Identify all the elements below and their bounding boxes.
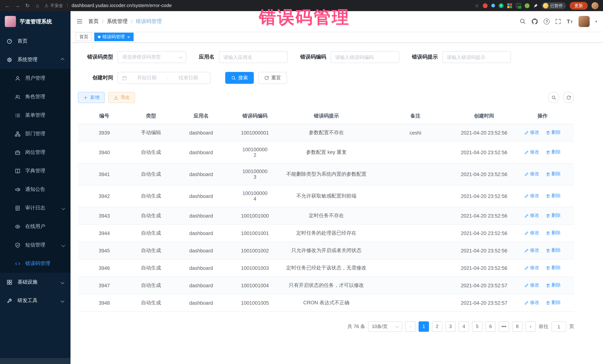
edit-link[interactable]: 修改 bbox=[524, 282, 539, 288]
cell-app: dashboard bbox=[172, 207, 231, 224]
filter-error-type: 错误码类型 请选择错误码类型 bbox=[78, 51, 186, 63]
delete-link[interactable]: 删除 bbox=[546, 230, 561, 236]
address-url[interactable]: dashboard.yudao.iocoder.cn/system/error-… bbox=[72, 3, 172, 8]
browser-profile-avatar[interactable] bbox=[591, 2, 599, 9]
browser-update-button[interactable]: 更新 bbox=[570, 2, 588, 10]
toggle-search-button[interactable] bbox=[548, 92, 559, 103]
sidebar-group-item[interactable]: 基础设施 bbox=[0, 273, 70, 291]
sidebar-subitem[interactable]: 菜单管理 bbox=[0, 106, 70, 124]
sidebar-subitem[interactable]: 审计日志 bbox=[0, 199, 70, 217]
browser-right-cluster: ☆ V on 已暂停 更新 bbox=[475, 2, 599, 10]
prev-page-button[interactable]: ‹ bbox=[405, 321, 416, 332]
breadcrumb-item[interactable]: 系统管理 bbox=[107, 18, 128, 25]
close-icon[interactable]: × bbox=[127, 34, 130, 39]
refresh-icon bbox=[264, 76, 269, 80]
bookmark-star-icon[interactable]: ☆ bbox=[475, 3, 479, 8]
add-button[interactable]: 新增 bbox=[78, 92, 105, 103]
edit-link[interactable]: 修改 bbox=[524, 300, 539, 306]
extension-switch-icon[interactable]: on bbox=[516, 3, 521, 8]
security-warning[interactable]: ⚠ 不安全 bbox=[45, 3, 63, 8]
export-button[interactable]: 导出 bbox=[108, 92, 135, 103]
search-icon[interactable] bbox=[520, 18, 526, 24]
view-tab[interactable]: 首页 × bbox=[76, 33, 92, 41]
hamburger-icon[interactable] bbox=[76, 18, 83, 24]
delete-link[interactable]: 删除 bbox=[546, 282, 561, 288]
sidebar-subitem[interactable]: 用户管理 bbox=[0, 69, 70, 88]
paused-badge[interactable]: 已暂停 bbox=[542, 2, 566, 9]
error-hint-input[interactable] bbox=[442, 51, 511, 63]
page-number-button[interactable]: 2 bbox=[432, 321, 442, 332]
chevron-down-icon[interactable]: ▾ bbox=[595, 20, 597, 23]
app-name-input[interactable] bbox=[219, 51, 288, 63]
delete-link[interactable]: 删除 bbox=[546, 193, 561, 199]
edit-link[interactable]: 修改 bbox=[524, 265, 539, 271]
help-icon[interactable]: ? bbox=[544, 18, 550, 24]
delete-link[interactable]: 删除 bbox=[546, 300, 561, 306]
sidebar-item-home[interactable]: 首页 bbox=[0, 32, 70, 50]
edit-link[interactable]: 修改 bbox=[524, 193, 539, 199]
sidebar-subitem[interactable]: 角色管理 bbox=[0, 88, 70, 106]
extension-green-icon[interactable] bbox=[525, 3, 530, 8]
divider bbox=[67, 3, 68, 8]
page-number-button[interactable]: 8 bbox=[512, 321, 522, 332]
page-number-button[interactable]: 4 bbox=[459, 321, 469, 332]
sidebar-subitem[interactable]: 岗位管理 bbox=[0, 143, 70, 162]
delete-link[interactable]: 删除 bbox=[546, 171, 561, 177]
goto-page-input[interactable] bbox=[551, 321, 566, 332]
browser-forward-icon[interactable]: → bbox=[14, 3, 20, 9]
edit-link[interactable]: 修改 bbox=[524, 213, 539, 219]
github-icon[interactable] bbox=[531, 18, 538, 25]
error-type-select[interactable]: 请选择错误码类型 bbox=[118, 51, 186, 63]
browser-back-icon[interactable]: ← bbox=[4, 3, 10, 9]
user-avatar[interactable] bbox=[579, 16, 590, 27]
sidebar-subitem[interactable]: 通知公告 bbox=[0, 180, 70, 199]
edit-link[interactable]: 修改 bbox=[524, 149, 539, 155]
sidebar-subitem[interactable]: 字典管理 bbox=[0, 162, 70, 180]
delete-link[interactable]: 删除 bbox=[546, 247, 561, 254]
page-number-button[interactable]: ••• bbox=[499, 321, 509, 332]
breadcrumb-item[interactable]: 错误码管理 bbox=[136, 18, 162, 25]
extension-adblock-icon[interactable] bbox=[483, 3, 487, 8]
browser-reload-icon[interactable]: ↻ bbox=[24, 3, 30, 9]
edit-link[interactable]: 修改 bbox=[524, 230, 539, 236]
font-size-icon[interactable]: TT bbox=[567, 18, 573, 24]
cell-code: 1001001001 bbox=[231, 224, 279, 242]
cell-code: 1001001002 bbox=[231, 242, 279, 259]
page-number-button[interactable]: 6 bbox=[485, 321, 496, 332]
page-size-select[interactable]: 10条/页 bbox=[368, 321, 402, 332]
cell-id: 3939 bbox=[78, 124, 131, 141]
trash-icon bbox=[546, 213, 550, 218]
edit-link[interactable]: 修改 bbox=[524, 130, 539, 136]
sidebar-subitem[interactable]: 在线用户 bbox=[0, 217, 70, 236]
extension-pin-icon[interactable] bbox=[533, 3, 538, 8]
extension-blue-icon[interactable] bbox=[491, 4, 495, 7]
next-page-button[interactable]: › bbox=[525, 321, 536, 332]
error-code-input[interactable] bbox=[331, 51, 399, 63]
date-range-picker[interactable]: 开始日期 - 结束日期 bbox=[118, 72, 210, 84]
extension-blocks-icon[interactable] bbox=[507, 3, 512, 8]
page-number-button[interactable]: 1 bbox=[418, 321, 429, 332]
delete-link[interactable]: 删除 bbox=[546, 213, 561, 219]
sidebar-subitem[interactable]: 部门管理 bbox=[0, 124, 70, 143]
edit-link[interactable]: 修改 bbox=[524, 171, 539, 177]
page-number-button[interactable]: 3 bbox=[445, 321, 456, 332]
view-tab[interactable]: 错误码管理 × bbox=[94, 33, 134, 41]
breadcrumb-item[interactable]: 首页 bbox=[88, 18, 99, 25]
delete-link[interactable]: 删除 bbox=[546, 265, 561, 271]
extension-v-icon[interactable]: V bbox=[499, 3, 504, 8]
delete-link[interactable]: 删除 bbox=[546, 130, 561, 136]
edit-link[interactable]: 修改 bbox=[524, 247, 539, 254]
sidebar-item-system[interactable]: 系统管理 bbox=[0, 50, 70, 69]
sidebar-subitem[interactable]: 错误码管理 bbox=[0, 254, 70, 273]
sidebar-subitem[interactable]: 短信管理 bbox=[0, 236, 70, 254]
delete-link[interactable]: 删除 bbox=[546, 149, 561, 155]
browser-home-icon[interactable]: ⌂ bbox=[35, 3, 40, 9]
page-number-button[interactable]: 5 bbox=[472, 321, 482, 332]
refresh-table-button[interactable] bbox=[563, 92, 574, 103]
reset-button[interactable]: 重置 bbox=[258, 72, 287, 84]
sidebar-group-item[interactable]: 研发工具 bbox=[0, 291, 70, 310]
subitem-icon bbox=[15, 150, 20, 155]
search-button[interactable]: 搜索 bbox=[225, 72, 254, 84]
fullscreen-icon[interactable] bbox=[555, 18, 561, 24]
sidebar-collapse-bar[interactable] bbox=[0, 358, 70, 364]
